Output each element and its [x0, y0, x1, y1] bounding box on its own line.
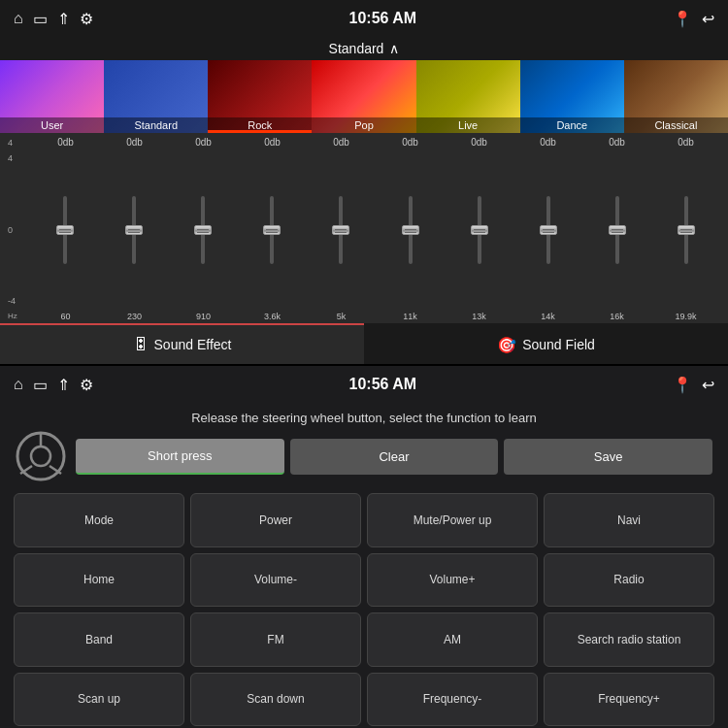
- eq-handle-5[interactable]: [332, 225, 349, 235]
- eq-track-9[interactable]: [615, 196, 619, 264]
- eq-channel-3[interactable]: [169, 149, 236, 310]
- tab-sound-field-label: Sound Field: [522, 337, 595, 352]
- eq-db-col-9: 0db: [582, 137, 651, 148]
- eq-db-col-2: 0db: [100, 137, 169, 148]
- sw-grid-btn-navi[interactable]: Navi: [544, 493, 714, 547]
- sw-grid-btn-radio[interactable]: Radio: [544, 553, 714, 608]
- preset-thumb-standard[interactable]: Standard: [104, 60, 208, 133]
- sw-grid-btn-frequency-[interactable]: Frequency+: [544, 673, 714, 727]
- steering-wheel-panel: ⌂ ▭ ⇑ ⚙ 10:56 AM 📍 ↩ Release the steerin…: [0, 366, 728, 728]
- eq-side-labels: 4 0 -4: [8, 149, 31, 310]
- home-icon[interactable]: ⌂: [14, 10, 23, 27]
- eq-channel-6[interactable]: [377, 149, 444, 310]
- eq-channel-7[interactable]: [446, 149, 513, 310]
- screen-icon[interactable]: ▭: [33, 10, 48, 28]
- back-icon[interactable]: ↩: [702, 10, 714, 28]
- eq-track-3[interactable]: [201, 196, 205, 264]
- clear-button[interactable]: Clear: [290, 439, 499, 475]
- bottom-status-right: 📍 ↩: [673, 376, 714, 394]
- eq-db-cols: 0db 0db 0db 0db 0db 0db 0db 0db 0db 0db: [31, 137, 720, 148]
- eq-track-6[interactable]: [409, 196, 413, 264]
- location-icon-2[interactable]: 📍: [673, 376, 692, 394]
- short-press-button[interactable]: Short press: [76, 439, 284, 475]
- eq-track-8[interactable]: [546, 196, 550, 264]
- eq-handle-10[interactable]: [678, 225, 695, 235]
- sw-grid-btn-frequency-[interactable]: Frequency-: [367, 673, 538, 727]
- tab-sound-effect-label: Sound Effect: [154, 337, 232, 352]
- eq-track-2[interactable]: [132, 196, 136, 264]
- sw-grid-btn-mute-power-up[interactable]: Mute/Power up: [367, 493, 538, 547]
- screen-icon-2[interactable]: ▭: [33, 376, 48, 394]
- preset-thumb-pop[interactable]: Pop: [312, 60, 415, 133]
- preset-thumb-rock[interactable]: Rock: [208, 60, 312, 133]
- eq-handle-2[interactable]: [125, 225, 143, 235]
- eq-freq-13k: 13k: [445, 312, 513, 321]
- eq-channel-10[interactable]: [653, 149, 720, 310]
- chevron-up-icon[interactable]: ∧: [389, 41, 399, 56]
- preset-thumb-dance-label: Dance: [520, 117, 624, 133]
- preset-thumb-live[interactable]: Live: [416, 60, 520, 133]
- usb-icon[interactable]: ⚙: [80, 10, 93, 28]
- eq-handle-9[interactable]: [609, 225, 626, 235]
- svg-point-1: [31, 447, 50, 466]
- eq-handle-1[interactable]: [56, 225, 74, 235]
- preset-thumb-pop-label: Pop: [312, 117, 415, 133]
- sw-grid-btn-mode[interactable]: Mode: [14, 493, 184, 547]
- preset-thumb-dance[interactable]: Dance: [520, 60, 624, 133]
- eq-freq-labels: Hz 60 230 910 3.6k 5k 11k 13k 14k 16k 19…: [8, 312, 720, 321]
- eq-sliders-area: 4 0db 0db 0db 0db 0db 0db 0db 0db 0db 0d…: [0, 133, 728, 323]
- eq-db-col-7: 0db: [445, 137, 513, 148]
- sw-grid-btn-volume-[interactable]: Volume+: [367, 553, 538, 608]
- eq-track-10[interactable]: [684, 196, 688, 264]
- eq-handle-3[interactable]: [194, 225, 212, 235]
- eq-freq-230: 230: [100, 312, 169, 321]
- eq-label-4: 4: [8, 153, 31, 163]
- eq-freq-14k: 14k: [513, 312, 582, 321]
- eq-track-1[interactable]: [63, 196, 67, 264]
- up-arrows-icon[interactable]: ⇑: [57, 10, 70, 28]
- sw-grid-btn-scan-down[interactable]: Scan down: [190, 673, 361, 727]
- eq-channel-9[interactable]: [584, 149, 651, 310]
- preset-thumb-classical-label: Classical: [624, 117, 728, 133]
- tab-sound-effect[interactable]: 🎛 Sound Effect: [0, 323, 364, 364]
- eq-track-7[interactable]: [478, 196, 481, 264]
- eq-label-neg4: -4: [8, 296, 31, 306]
- location-icon[interactable]: 📍: [673, 10, 692, 28]
- eq-label-0: 0: [8, 225, 31, 235]
- eq-channel-1[interactable]: [31, 149, 98, 310]
- sw-grid-btn-volume-[interactable]: Volume-: [190, 553, 361, 608]
- top-status-bar: ⌂ ▭ ⇑ ⚙ 10:56 AM 📍 ↩: [0, 0, 728, 37]
- eq-channel-5[interactable]: [308, 149, 375, 310]
- sw-grid-btn-power[interactable]: Power: [190, 493, 361, 547]
- save-button[interactable]: Save: [504, 439, 712, 475]
- usb-icon-2[interactable]: ⚙: [80, 376, 93, 394]
- tab-sound-field[interactable]: 🎯 Sound Field: [364, 323, 728, 364]
- sw-grid-btn-fm[interactable]: FM: [190, 612, 361, 667]
- preset-thumb-standard-label: Standard: [104, 117, 208, 133]
- eq-track-5[interactable]: [339, 196, 343, 264]
- eq-track-4[interactable]: [270, 196, 274, 264]
- sw-grid-btn-home[interactable]: Home: [14, 553, 184, 608]
- sw-grid-btn-search-radio-station[interactable]: Search radio station: [544, 612, 714, 667]
- back-icon-2[interactable]: ↩: [702, 376, 714, 394]
- eq-handle-4[interactable]: [263, 225, 281, 235]
- eq-channel-2[interactable]: [100, 149, 167, 310]
- eq-handle-8[interactable]: [540, 225, 557, 235]
- home-icon-2[interactable]: ⌂: [14, 376, 23, 393]
- sw-grid-btn-am[interactable]: AM: [367, 612, 538, 667]
- eq-db-col-6: 0db: [376, 137, 445, 148]
- preset-thumb-classical[interactable]: Classical: [624, 60, 728, 133]
- eq-db-col-3: 0db: [169, 137, 238, 148]
- up-arrows-icon-2[interactable]: ⇑: [57, 376, 70, 394]
- eq-channels: [31, 149, 720, 310]
- preset-bar[interactable]: Standard ∧: [0, 37, 728, 60]
- sw-grid-btn-band[interactable]: Band: [14, 612, 184, 667]
- sw-grid-btn-scan-up[interactable]: Scan up: [14, 673, 184, 727]
- eq-channel-4[interactable]: [239, 149, 306, 310]
- eq-handle-6[interactable]: [402, 225, 419, 235]
- eq-channel-8[interactable]: [514, 149, 581, 310]
- eq-handle-7[interactable]: [471, 225, 488, 235]
- eq-db-side-label: 4: [8, 137, 31, 148]
- eq-sliders-row: 4 0 -4: [8, 149, 720, 310]
- preset-thumb-user[interactable]: User: [0, 60, 104, 133]
